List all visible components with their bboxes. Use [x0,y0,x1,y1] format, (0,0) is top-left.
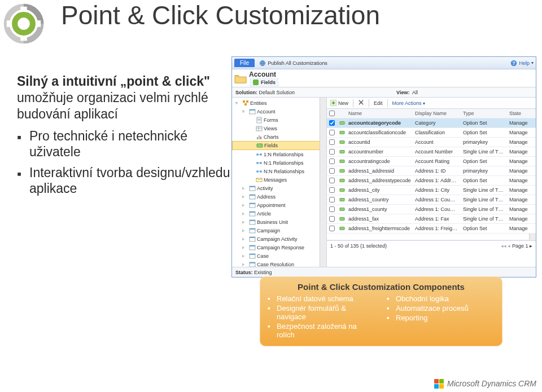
cell-state: Manage [509,139,536,145]
tree-expand-icon[interactable]: ▹ [242,253,248,258]
row-checkbox[interactable] [329,187,335,193]
tree-item[interactable]: ▿Account [232,107,326,116]
cell-state: Manage [509,197,536,202]
row-checkbox[interactable] [329,168,335,174]
entity-icon [249,253,256,259]
grid-row[interactable]: address1_countryAddress 1: Cou…Single Li… [327,195,536,205]
grid-row[interactable]: address1_faxAddress 1: FaxSingle Line of… [327,214,536,224]
tree-item[interactable]: ▹Case [232,252,326,260]
tree-item[interactable]: Messages [232,175,326,184]
tree-expand-icon[interactable]: ▹ [242,202,248,208]
svg-rect-16 [256,126,262,131]
record-count: 1 - 50 of 135 (1 selected) [330,243,387,249]
tree-expand-icon[interactable]: ▹ [242,236,248,241]
grid-row[interactable]: accountnumberAccount NumberSingle Line o… [327,147,536,157]
select-all-checkbox[interactable] [329,111,335,116]
help-link[interactable]: ? Help ▾ [510,60,534,67]
tree-expand-icon[interactable]: ▹ [242,194,248,199]
tree-item-label: N:N Relationships [264,169,304,174]
tree-expand-icon[interactable]: ▹ [242,262,248,267]
tree-item[interactable]: ▹Business Unit [232,218,326,226]
row-checkbox[interactable] [329,139,335,145]
svg-rect-55 [340,131,344,134]
grid-row[interactable]: accountclassificationcodeClassificationO… [327,128,536,138]
cell-type: Single Line of T… [463,149,509,155]
grid-row[interactable]: accountidAccountprimarykeyManage [327,138,536,147]
new-icon [330,100,336,106]
tree-item[interactable]: ▿Entities [232,99,326,107]
tree-item[interactable]: ▹Article [232,209,326,218]
tree-item[interactable]: N:N Relationships [232,167,326,175]
tree-item-label: N:1 Relationships [264,160,304,166]
cell-display: Address 1: Fax [415,216,463,222]
cell-state: Manage [509,120,536,126]
tree-item[interactable]: ▹Campaign Activity [232,235,326,243]
tree-expand-icon[interactable]: ▿ [235,100,241,105]
tree-item[interactable]: 1:N Relationships [232,150,326,158]
row-checkbox[interactable] [329,130,335,135]
svg-rect-19 [257,137,258,139]
tree-expand-icon[interactable]: ▹ [242,245,248,250]
svg-rect-42 [250,220,255,221]
entity-tree[interactable]: ▿Entities▿AccountFormsViewsChartsFields1… [232,98,327,267]
grid-row[interactable]: address1_countyAddress 1: Cou…Single Lin… [327,205,536,214]
row-checkbox[interactable] [329,197,335,202]
tree-expand-icon[interactable]: ▹ [242,228,248,233]
tree-item[interactable]: ▹Activity [232,184,326,192]
grid-row[interactable]: address1_addressidAddress 1: IDprimaryke… [327,166,536,176]
grid-row[interactable]: address1_addresstypecodeAddress 1: Addr…… [327,176,536,186]
tree-item[interactable]: ▹Case Resolution [232,260,326,267]
row-checkbox[interactable] [329,216,335,222]
body-text: Silný a intuitivní „point & click" umožň… [17,73,231,202]
globe-icon [259,60,266,67]
pager[interactable]: ◂◂ ◂ Page 1 ▸ [501,243,532,249]
row-checkbox[interactable] [329,226,335,231]
row-checkbox[interactable] [329,158,335,164]
delete-button[interactable] [358,99,364,107]
tree-item[interactable]: Forms [232,116,326,124]
components-title: Point & Click Customization Components [268,282,495,292]
tree-item[interactable]: Fields [232,141,326,150]
tree-item[interactable]: ▹Appointment [232,201,326,209]
tree-expand-icon[interactable]: ▹ [242,219,248,224]
row-checkbox[interactable] [329,149,335,155]
cell-type: Option Set [463,178,509,183]
edit-button[interactable]: Edit [374,100,383,106]
scrollbar[interactable] [320,98,326,267]
tree-item[interactable]: N:1 Relationships [232,158,326,167]
scrollbar[interactable] [529,234,536,240]
row-checkbox[interactable] [329,178,335,183]
help-icon: ? [510,60,517,67]
tree-item-label: Campaign Activity [257,236,298,242]
cell-display: Address 1: Freig… [415,226,463,231]
solution-label: Solution: [235,90,257,95]
grid-row[interactable]: address1_cityAddress 1: CitySingle Line … [327,186,536,195]
row-checkbox[interactable] [329,206,335,212]
tree-item[interactable]: ▹Address [232,192,326,201]
entity-icon [249,185,256,192]
view-label: View: [396,90,409,95]
tree-item[interactable]: ▹Campaign Response [232,243,326,252]
grid-row[interactable]: accountcategorycodeCategoryOption SetMan… [327,118,536,128]
row-checkbox[interactable] [329,120,335,126]
grid-row[interactable]: address1_freighttermscodeAddress 1: Frei… [327,224,536,234]
component-item: Designér formulářů & navigace [268,303,375,321]
tree-expand-icon[interactable]: ▹ [242,211,248,216]
component-item: Reporting [387,313,495,323]
publish-all-button[interactable]: Publish All Customizations [257,59,330,68]
file-menu[interactable]: File [234,59,255,67]
grid-row[interactable]: accountratingcodeAccount RatingOption Se… [327,157,536,166]
tree-expand-icon[interactable]: ▹ [242,186,248,191]
tree-item[interactable]: Charts [232,133,326,141]
tree-item[interactable]: ▹Campaign [232,226,326,235]
svg-rect-20 [259,135,260,139]
new-button[interactable]: New [330,100,348,106]
view-dropdown[interactable]: All [412,90,418,95]
entity-icon [249,193,256,200]
tree-expand-icon[interactable]: ▿ [242,109,248,114]
cubes-icon [242,100,249,107]
tree-item[interactable]: Views [232,124,326,133]
cell-name: accountcategorycode [347,120,415,126]
cell-type: Single Line of T… [463,216,509,222]
more-actions-menu[interactable]: More Actions ▾ [392,100,426,106]
